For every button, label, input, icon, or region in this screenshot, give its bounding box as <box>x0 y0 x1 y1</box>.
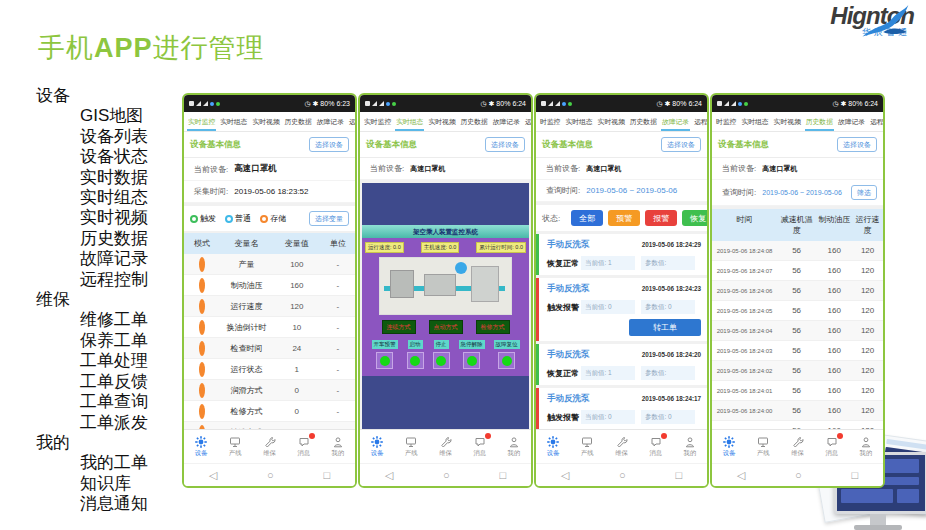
nav-label: 维保 <box>439 449 452 458</box>
person-icon <box>332 436 344 448</box>
ring-icon <box>190 215 198 223</box>
android-home-icon[interactable]: ○ <box>795 469 802 481</box>
status-filter-button[interactable]: 预警 <box>608 210 640 226</box>
scada-mode-button[interactable]: 检修方式 <box>476 320 510 334</box>
filter-button[interactable]: 筛选 <box>851 185 877 200</box>
query-time-range[interactable]: 2019-05-06 ~ 2019-05-06 <box>762 189 842 196</box>
android-recents-icon[interactable]: □ <box>675 469 682 481</box>
tab[interactable]: 远程控 <box>524 117 531 131</box>
battery-level: 80% <box>320 100 334 107</box>
tab[interactable]: 故障记录 <box>492 117 521 131</box>
nav-item-devices[interactable]: 设备 <box>536 430 570 463</box>
nav-item-production-line[interactable]: 产线 <box>394 430 428 463</box>
nav-item-me[interactable]: 我的 <box>321 430 355 463</box>
star-icon: ✱ <box>840 100 846 108</box>
signal-icon <box>548 101 553 106</box>
query-time-range[interactable]: 2019-05-06 ~ 2019-05-06 <box>586 186 677 195</box>
alarm-status: 触发报警 <box>547 412 581 423</box>
tab[interactable]: 远程控 <box>348 117 355 131</box>
tab[interactable]: 实时视频 <box>773 117 802 131</box>
status-filter-button[interactable]: 恢复 <box>682 210 707 226</box>
nav-item-me[interactable]: 我的 <box>673 430 707 463</box>
sim-icon <box>365 101 370 106</box>
scada-indicator: 启动 <box>407 340 424 369</box>
tab[interactable]: 历史数据 <box>284 117 313 131</box>
nav-item-maintenance[interactable]: 维保 <box>780 430 814 463</box>
tab[interactable]: 实时监控 <box>187 117 216 131</box>
select-device-button[interactable]: 选择设备 <box>837 137 877 152</box>
tab[interactable]: 时监控 <box>539 117 561 131</box>
android-nav: ◁ ○ □ <box>360 463 531 486</box>
app-dot-icon <box>744 102 748 106</box>
scada-mode-button[interactable]: 连续方式 <box>382 320 416 334</box>
tab[interactable]: 历史数据 <box>460 117 489 131</box>
select-variable-button[interactable]: 选择变量 <box>309 211 349 226</box>
android-recents-icon[interactable]: □ <box>323 469 330 481</box>
unread-badge <box>837 433 843 439</box>
nav-item-devices[interactable]: 设备 <box>712 430 746 463</box>
nav-item-production-line[interactable]: 产线 <box>570 430 604 463</box>
nav-item-devices[interactable]: 设备 <box>360 430 394 463</box>
android-back-icon[interactable]: ◁ <box>737 469 745 482</box>
nav-label: 维保 <box>791 449 804 458</box>
nav-item-messages[interactable]: 消息 <box>463 430 497 463</box>
to-work-order-button[interactable]: 转工单 <box>629 319 701 336</box>
nav-label: 设备 <box>547 449 560 458</box>
status-filter-button[interactable]: 全部 <box>571 210 603 226</box>
android-recents-icon[interactable]: □ <box>851 469 858 481</box>
select-device-button[interactable]: 选择设备 <box>485 137 525 152</box>
tab[interactable]: 实时视频 <box>597 117 626 131</box>
android-back-icon[interactable]: ◁ <box>385 469 393 482</box>
mode-donut-icon <box>199 278 205 293</box>
android-home-icon[interactable]: ○ <box>443 469 450 481</box>
android-recents-icon[interactable]: □ <box>499 469 506 481</box>
tab[interactable]: 实时视频 <box>427 117 456 131</box>
nav-item-maintenance[interactable]: 维保 <box>428 430 462 463</box>
tab[interactable]: 实时监控 <box>363 117 392 131</box>
alarm-clock-icon: ◷ <box>480 100 486 108</box>
nav-label: 产线 <box>229 449 242 458</box>
tab[interactable]: 实时组态 <box>219 117 248 131</box>
mode-donut-icon <box>199 320 205 335</box>
tab[interactable]: 历史数据 <box>805 117 834 131</box>
nav-item-production-line[interactable]: 产线 <box>746 430 780 463</box>
tab[interactable]: 远程控制 <box>693 117 707 131</box>
android-home-icon[interactable]: ○ <box>619 469 626 481</box>
select-device-button[interactable]: 选择设备 <box>309 137 349 152</box>
tab[interactable]: 实时组态 <box>740 117 769 131</box>
tab[interactable]: 时监控 <box>715 117 737 131</box>
status-bar: ◷✱80%6:24 <box>360 95 531 112</box>
tab[interactable]: 实时组态 <box>395 117 424 131</box>
nav-item-production-line[interactable]: 产线 <box>218 430 252 463</box>
nav-item-me[interactable]: 我的 <box>849 430 883 463</box>
nav-label: 产线 <box>405 449 418 458</box>
tab[interactable]: 实时视频 <box>251 117 280 131</box>
scada-mode-button[interactable]: 点动方式 <box>429 320 463 334</box>
select-device-button[interactable]: 选择设备 <box>661 137 701 152</box>
nav-item-me[interactable]: 我的 <box>497 430 531 463</box>
status-filter-button[interactable]: 报警 <box>645 210 677 226</box>
current-value-field: 当前值: 0 <box>581 410 635 424</box>
android-home-icon[interactable]: ○ <box>267 469 274 481</box>
tab[interactable]: 故障记录 <box>837 117 866 131</box>
nav-item-messages[interactable]: 消息 <box>287 430 321 463</box>
phone-history-data: ◷✱80%6:24 时监控实时组态实时视频历史数据故障记录远程控制 设备基本信息… <box>710 93 885 488</box>
nav-item-messages[interactable]: 消息 <box>639 430 673 463</box>
nav-label: 我的 <box>332 449 345 458</box>
android-back-icon[interactable]: ◁ <box>561 469 569 482</box>
tab[interactable]: 远程控制 <box>869 117 883 131</box>
mode-donut-icon <box>199 404 205 419</box>
tab-bar: 时监控实时组态实时视频历史数据故障记录远程控制 <box>712 112 883 132</box>
scada-indicator: 停止 <box>433 340 450 369</box>
nav-item-messages[interactable]: 消息 <box>815 430 849 463</box>
android-back-icon[interactable]: ◁ <box>209 469 217 482</box>
nav-item-devices[interactable]: 设备 <box>184 430 218 463</box>
tab-bar: 实时监控实时组态实时视频历史数据故障记录远程控 <box>360 112 531 132</box>
tab[interactable]: 实时组态 <box>564 117 593 131</box>
nav-item-maintenance[interactable]: 维保 <box>252 430 286 463</box>
tab[interactable]: 故障记录 <box>661 117 690 131</box>
current-value-field: 当前值: 1 <box>581 366 635 380</box>
tab[interactable]: 故障记录 <box>316 117 345 131</box>
nav-item-maintenance[interactable]: 维保 <box>604 430 638 463</box>
tab[interactable]: 历史数据 <box>629 117 658 131</box>
